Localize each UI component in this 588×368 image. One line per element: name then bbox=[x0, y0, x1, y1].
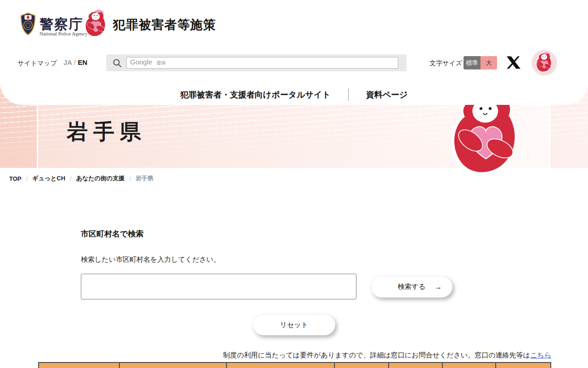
search-icon bbox=[113, 58, 122, 68]
main-menu: 犯罪被害者・支援者向けポータルサイト 資料ページ bbox=[0, 86, 588, 103]
usage-note: 制度の利用に当たっては要件がありますので、詳細は窓口にお問合せください。窓口の連… bbox=[0, 351, 551, 360]
breadcrumb-separator: / bbox=[70, 175, 72, 182]
table-header-cell bbox=[119, 362, 226, 368]
municipality-support-table bbox=[38, 362, 551, 368]
table-header-cell bbox=[389, 362, 442, 368]
table-header-cell bbox=[496, 362, 551, 368]
table-header-row bbox=[39, 362, 551, 368]
breadcrumb-top[interactable]: TOP bbox=[9, 175, 22, 182]
page-title: 岩手県 bbox=[67, 118, 147, 146]
municipality-search-input[interactable] bbox=[81, 274, 356, 299]
lang-en[interactable]: EN bbox=[78, 58, 87, 66]
menu-divider bbox=[348, 89, 349, 101]
reset-button[interactable]: リセット bbox=[253, 314, 335, 335]
breadcrumb-your-town-support[interactable]: あなたの街の支援 bbox=[76, 174, 125, 183]
usage-note-text: 制度の利用に当たっては要件がありますので、詳細は窓口にお問合せください。窓口の連… bbox=[223, 351, 530, 359]
sitemap-link[interactable]: サイトマップ bbox=[17, 59, 57, 68]
table-header-cell bbox=[226, 362, 334, 368]
section-heading: 市区町村名で検索 bbox=[81, 229, 143, 239]
table-header-cell bbox=[334, 362, 389, 368]
reset-button-label: リセット bbox=[280, 321, 308, 329]
mascot-character-button[interactable] bbox=[532, 50, 557, 75]
site-title: 犯罪被害者等施策 bbox=[113, 17, 216, 33]
site-search-bar: Google 提供 bbox=[106, 54, 407, 71]
lang-ja[interactable]: JA bbox=[63, 58, 72, 66]
search-button-label: 検索する bbox=[398, 282, 426, 291]
page: 警察庁 National Police Agency 犯罪被害者等施策 サイトマ… bbox=[0, 0, 588, 368]
table-header-cell bbox=[39, 362, 119, 368]
table-header-cell bbox=[442, 362, 496, 368]
search-submit-button[interactable]: 検索する → bbox=[371, 276, 452, 298]
agency-name-english: National Police Agency bbox=[40, 31, 87, 36]
font-size-large-button[interactable]: 大 bbox=[481, 56, 497, 69]
breadcrumb-current-iwate: 岩手県 bbox=[136, 174, 153, 183]
contact-info-link[interactable]: こちら bbox=[530, 351, 551, 359]
site-search-input[interactable] bbox=[126, 57, 398, 69]
breadcrumb: TOP / ギュっとCH / あなたの街の支援 / 岩手県 bbox=[9, 174, 153, 183]
breadcrumb-gyutto-ch[interactable]: ギュっとCH bbox=[32, 174, 65, 183]
breadcrumb-separator: / bbox=[129, 175, 131, 182]
x-twitter-icon[interactable] bbox=[507, 56, 520, 69]
menu-portal-link[interactable]: 犯罪被害者・支援者向けポータルサイト bbox=[181, 89, 331, 100]
police-agency-badge-icon bbox=[19, 12, 37, 36]
menu-docs-link[interactable]: 資料ページ bbox=[366, 89, 408, 100]
site-search-input-wrap: Google 提供 bbox=[126, 57, 398, 69]
header: 警察庁 National Police Agency 犯罪被害者等施策 サイトマ… bbox=[0, 0, 588, 105]
breadcrumb-separator: / bbox=[26, 175, 28, 182]
lang-separator: / bbox=[74, 58, 76, 66]
font-size-standard-button[interactable]: 標準 bbox=[464, 56, 481, 69]
search-instruction: 検索したい市区町村名を入力してください。 bbox=[81, 255, 220, 264]
arrow-right-icon: → bbox=[435, 283, 442, 291]
font-size-label: 文字サイズ bbox=[430, 59, 462, 68]
language-switcher[interactable]: JA / EN bbox=[63, 58, 87, 66]
mascot-icon bbox=[535, 52, 554, 74]
mascot-logo-icon bbox=[84, 9, 108, 39]
